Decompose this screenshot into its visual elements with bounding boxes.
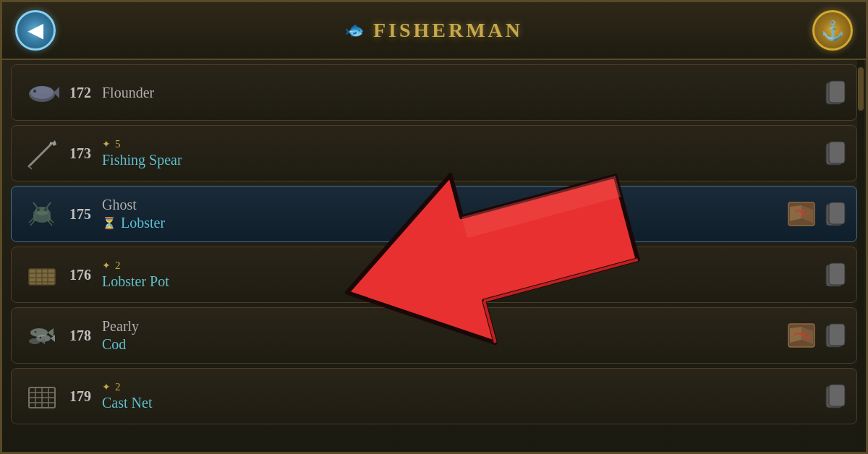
item-icon-net [20, 374, 64, 418]
hourglass-icon: ⏳ [102, 216, 116, 230]
scrollbar-thumb[interactable] [858, 67, 864, 111]
svg-point-40 [29, 338, 41, 344]
item-name-top: Ghost [102, 197, 787, 213]
item-icon-spear [20, 132, 64, 175]
svg-marker-35 [48, 328, 54, 337]
svg-line-10 [29, 166, 32, 169]
item-star-line: ✦ 5 [102, 138, 823, 150]
svg-point-26 [801, 210, 804, 213]
svg-marker-2 [54, 87, 59, 98]
list-item[interactable]: 172 Flounder [11, 64, 857, 121]
item-icon-fish-group [20, 314, 64, 357]
star-icon: ✦ [102, 138, 111, 150]
item-info: Pearly Cod [102, 318, 787, 353]
item-info: Ghost ⏳ Lobster [102, 197, 787, 231]
list-item[interactable]: 176 ✦ 2 Lobster Pot [11, 247, 857, 303]
item-right [787, 201, 848, 227]
item-number: 173 [69, 145, 102, 162]
item-name: Cast Net [102, 395, 823, 411]
header-title-group: 🐟 FISHERMAN [345, 19, 523, 42]
list-item[interactable]: 173 ✦ 5 Fishing Spear [11, 125, 857, 181]
list-item-highlighted[interactable]: 175 Ghost ⏳ Lobster [11, 186, 857, 242]
map-icon [787, 201, 816, 227]
star-icon: ✦ [102, 260, 111, 272]
card-icon [823, 201, 848, 227]
item-number: 178 [69, 327, 102, 344]
svg-marker-9 [52, 140, 56, 146]
back-button[interactable]: ◀ [15, 10, 56, 51]
item-star-line: ✦ 2 [102, 260, 823, 272]
svg-line-15 [33, 202, 38, 208]
item-number: 172 [69, 85, 102, 101]
list-item[interactable]: 179 ✦ 2 Cast Net [11, 368, 857, 424]
item-star-line: ✦ 2 [102, 381, 823, 393]
svg-point-36 [35, 331, 37, 333]
item-right [823, 383, 848, 409]
svg-point-39 [40, 337, 42, 339]
item-name: Fishing Spear [102, 152, 823, 168]
back-arrow-icon: ◀ [28, 20, 43, 42]
item-icon-crate [20, 253, 64, 296]
svg-point-45 [803, 333, 806, 335]
anchor-button[interactable]: ⚓ [812, 10, 853, 51]
card-icon [823, 262, 848, 288]
header: ◀ 🐟 FISHERMAN ⚓ [2, 2, 866, 60]
page-title: FISHERMAN [373, 19, 523, 42]
item-name-top: Pearly [102, 318, 787, 335]
card-icon [823, 80, 848, 106]
card-icon [823, 322, 848, 348]
item-name: Flounder [102, 85, 823, 101]
main-container: ◀ 🐟 FISHERMAN ⚓ 17 [0, 0, 868, 454]
item-name-sub: Cod [102, 336, 787, 353]
fish-header-icon: 🐟 [345, 21, 365, 40]
item-info: ✦ 5 Fishing Spear [102, 138, 823, 168]
item-right [823, 80, 848, 106]
item-number: 176 [69, 267, 102, 283]
list-item[interactable]: 178 Pearly Cod [11, 307, 857, 364]
svg-line-19 [29, 218, 33, 223]
star-count: 5 [115, 138, 121, 150]
item-name: Lobster Pot [102, 273, 823, 290]
star-count: 2 [115, 381, 121, 393]
svg-point-18 [44, 208, 47, 211]
map-icon [787, 322, 816, 348]
item-number: 175 [69, 206, 102, 223]
item-right [823, 262, 848, 288]
star-icon: ✦ [102, 381, 111, 393]
svg-point-17 [37, 208, 40, 211]
item-right [823, 140, 848, 166]
svg-line-7 [29, 143, 52, 166]
item-right [787, 322, 848, 348]
item-icon-flounder [20, 71, 64, 114]
card-icon [823, 383, 848, 409]
item-list: 172 Flounder 173 [2, 60, 866, 452]
star-count: 2 [115, 260, 121, 272]
anchor-icon: ⚓ [821, 20, 844, 42]
item-icon-lobster [20, 192, 64, 236]
item-number: 179 [69, 388, 102, 405]
item-name-sub: Lobster [121, 215, 165, 231]
item-info: ✦ 2 Lobster Pot [102, 260, 823, 290]
card-icon [823, 140, 848, 166]
svg-line-16 [46, 202, 51, 208]
item-info: Flounder [102, 85, 823, 101]
item-info: ✦ 2 Cast Net [102, 381, 823, 411]
svg-point-3 [33, 90, 36, 93]
scrollbar[interactable] [857, 60, 864, 452]
